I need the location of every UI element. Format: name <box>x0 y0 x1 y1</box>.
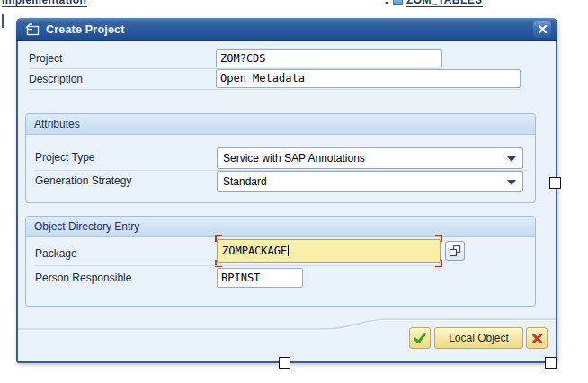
project-type-select[interactable]: Service with SAP Annotations <box>217 147 523 169</box>
resize-handle-right[interactable] <box>549 177 561 189</box>
local-object-button-label: Local Object <box>445 332 512 344</box>
focus-bracket-icon <box>435 235 442 242</box>
generation-strategy-select[interactable]: Standard <box>217 171 523 192</box>
local-object-button[interactable]: Local Object <box>434 327 523 349</box>
dialog-titlebar[interactable]: Create Project <box>16 18 557 41</box>
attributes-group-title: Attributes <box>34 118 80 130</box>
table-icon <box>393 0 403 5</box>
background-edge-fragment <box>2 14 4 28</box>
resize-handle-bottom[interactable] <box>279 357 290 369</box>
background-tree-fragment-left: Implementation <box>2 0 101 16</box>
background-node-text: ZOM_TABLES <box>406 0 483 7</box>
value-help-icon <box>449 245 461 257</box>
description-label: Description <box>29 73 83 85</box>
create-project-dialog: Create Project Project ZOM?CDS Descripti… <box>16 18 557 363</box>
generation-strategy-label: Generation Strategy <box>35 174 131 187</box>
package-value: ZOMPACKAGE <box>222 245 287 257</box>
checkmark-icon <box>413 332 427 344</box>
package-field-focus-frame: ZOMPACKAGE <box>217 239 441 263</box>
project-type-label: Project Type <box>35 151 94 164</box>
project-type-value: Service with SAP Annotations <box>223 152 365 165</box>
dialog-title: Create Project <box>46 23 125 36</box>
object-directory-group: Object Directory Entry Package ZOMPACKAG… <box>25 216 536 307</box>
cross-icon <box>531 333 543 344</box>
chevron-down-icon <box>507 180 516 185</box>
package-label: Package <box>35 247 77 260</box>
resize-handle-bottom-right[interactable] <box>545 357 557 369</box>
attributes-group-header: Attributes <box>26 114 535 135</box>
text-caret <box>288 245 289 256</box>
close-button[interactable] <box>533 21 551 38</box>
cancel-button[interactable] <box>526 327 548 349</box>
row-divider <box>29 89 521 90</box>
description-input[interactable]: Open Metadata <box>216 69 521 88</box>
tree-bullet-icon: ▪ <box>385 0 388 7</box>
close-icon <box>538 24 548 34</box>
attributes-group: Attributes Project Type Service with SAP… <box>25 113 536 203</box>
object-directory-group-title: Object Directory Entry <box>34 220 139 233</box>
background-tree-fragment-right: ▪ ZOM_TABLES <box>385 0 502 16</box>
generation-strategy-value: Standard <box>223 175 267 188</box>
chevron-down-icon <box>507 156 516 162</box>
project-input[interactable]: ZOM?CDS <box>216 49 442 67</box>
person-responsible-input[interactable]: BPINST <box>217 268 303 288</box>
focus-bracket-icon <box>215 235 222 242</box>
screen: { "background": { "left_fragment": "Impl… <box>0 0 588 383</box>
confirm-button[interactable] <box>409 327 431 349</box>
row-divider <box>35 265 441 266</box>
project-label: Project <box>29 52 62 65</box>
package-input[interactable]: ZOMPACKAGE <box>217 239 441 263</box>
create-project-icon <box>25 23 40 36</box>
background-link-text: Implementation <box>2 0 87 7</box>
object-directory-group-header: Object Directory Entry <box>26 217 535 237</box>
value-help-button[interactable] <box>445 241 465 261</box>
person-responsible-label: Person Responsible <box>35 272 131 284</box>
